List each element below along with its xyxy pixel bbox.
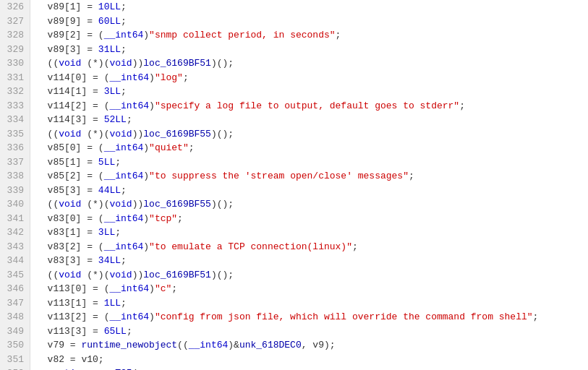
line-number: 330	[6, 56, 24, 71]
code-line: v79 = runtime_newobject((__int64)&unk_61…	[36, 338, 582, 353]
code-line: v113[3] = 65LL;	[36, 324, 582, 339]
code-line: runtime_convT2I(	[36, 366, 582, 370]
code-line: v113[1] = 1LL;	[36, 296, 582, 311]
code-line: ((void (*)(void))loc_6169BF55)();	[36, 197, 582, 212]
line-number: 346	[6, 282, 24, 296]
code-line: v83[1] = 3LL;	[36, 225, 582, 240]
code-line: v83[3] = 34LL;	[36, 254, 582, 268]
line-number: 348	[6, 310, 24, 324]
line-number: 342	[6, 225, 24, 240]
code-line: v113[2] = (__int64)"config from json fil…	[36, 310, 582, 324]
line-number: 343	[6, 240, 24, 254]
code-line: v114[3] = 52LL;	[36, 113, 582, 127]
code-line: v85[1] = 5LL;	[36, 155, 582, 170]
line-numbers: 3263273283293303313323333343353363373383…	[0, 0, 30, 370]
code-line: v114[2] = (__int64)"specify a log file t…	[36, 99, 582, 113]
line-number: 352	[6, 366, 24, 370]
code-line: ((void (*)(void))loc_6169BF51)();	[36, 268, 582, 283]
line-number: 328	[6, 28, 24, 43]
line-number: 333	[6, 99, 24, 113]
line-number: 340	[6, 197, 24, 212]
code-line: v89[1] = 10LL;	[36, 0, 582, 14]
line-number: 349	[6, 324, 24, 339]
code-line: ((void (*)(void))loc_6169BF51)();	[36, 56, 582, 71]
line-number: 331	[6, 71, 24, 85]
line-number: 327	[6, 14, 24, 29]
line-number: 351	[6, 353, 24, 367]
code-area[interactable]: v89[1] = 10LL; v89[9] = 60LL; v89[2] = (…	[30, 0, 588, 370]
line-number: 344	[6, 254, 24, 268]
code-container: 3263273283293303313323333343353363373383…	[0, 0, 588, 370]
line-number: 332	[6, 85, 24, 99]
line-number: 335	[6, 127, 24, 142]
code-line: ((void (*)(void))loc_6169BF55)();	[36, 127, 582, 142]
code-line: v89[3] = 31LL;	[36, 43, 582, 57]
code-line: v89[2] = (__int64)"snmp collect period, …	[36, 28, 582, 43]
line-number: 338	[6, 169, 24, 184]
line-number: 341	[6, 212, 24, 226]
code-line: v114[1] = 3LL;	[36, 85, 582, 99]
line-number: 334	[6, 113, 24, 127]
line-number: 339	[6, 184, 24, 198]
code-line: v83[0] = (__int64)"tcp";	[36, 212, 582, 226]
line-number: 345	[6, 268, 24, 283]
line-number: 350	[6, 338, 24, 353]
line-number: 329	[6, 43, 24, 57]
code-line: v83[2] = (__int64)"to emulate a TCP conn…	[36, 240, 582, 254]
code-line: v85[2] = (__int64)"to suppress the 'stre…	[36, 169, 582, 184]
code-line: v85[0] = (__int64)"quiet";	[36, 141, 582, 155]
line-number: 337	[6, 155, 24, 170]
line-number: 326	[6, 0, 24, 14]
code-line: v89[9] = 60LL;	[36, 14, 582, 29]
line-number: 336	[6, 141, 24, 155]
code-line: v82 = v10;	[36, 353, 582, 367]
code-line: v114[0] = (__int64)"log";	[36, 71, 582, 85]
line-number: 347	[6, 296, 24, 311]
code-line: v85[3] = 44LL;	[36, 184, 582, 198]
code-line: v113[0] = (__int64)"c";	[36, 282, 582, 296]
